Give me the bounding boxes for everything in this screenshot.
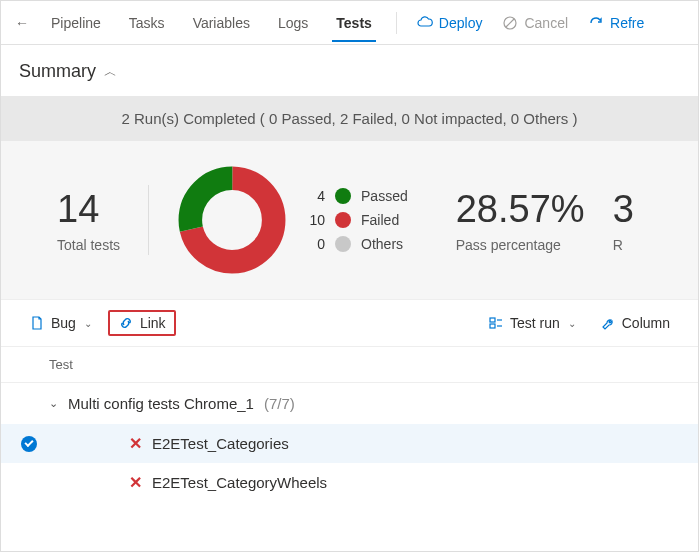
refresh-icon [588, 15, 604, 31]
legend-failed-count: 10 [305, 212, 325, 228]
deploy-label: Deploy [439, 15, 483, 31]
legend-others-label: Others [361, 236, 403, 252]
chart-legend: 4 Passed 10 Failed 0 Others [305, 188, 408, 252]
metric-divider [148, 185, 149, 255]
svg-rect-4 [490, 318, 495, 322]
extra-metric-label: R [613, 237, 634, 253]
pass-pct-value: 28.57% [456, 188, 585, 231]
passed-swatch-icon [335, 188, 351, 204]
total-tests-value: 14 [57, 188, 120, 231]
refresh-label: Refre [610, 15, 644, 31]
test-row[interactable]: ✕ E2ETest_Categories [1, 424, 698, 463]
pass-pct-label: Pass percentage [456, 237, 585, 253]
cancel-icon [502, 15, 518, 31]
donut-chart-block: 4 Passed 10 Failed 0 Others [177, 165, 408, 275]
refresh-button[interactable]: Refre [580, 9, 652, 37]
testrun-button[interactable]: Test run ⌄ [480, 311, 584, 335]
test-group-row[interactable]: ⌄ Multi config tests Chrome_1 (7/7) [1, 383, 698, 424]
tab-tasks[interactable]: Tasks [117, 5, 177, 41]
link-label: Link [140, 315, 166, 331]
legend-passed-label: Passed [361, 188, 408, 204]
column-label: Column [622, 315, 670, 331]
cancel-button: Cancel [494, 9, 576, 37]
chevron-up-icon: ︿ [104, 63, 117, 81]
selected-check-icon[interactable] [21, 436, 37, 452]
fail-x-icon: ✕ [129, 434, 142, 453]
summary-header[interactable]: Summary ︿ [1, 45, 698, 96]
bug-button[interactable]: Bug ⌄ [21, 311, 100, 335]
top-nav: ← Pipeline Tasks Variables Logs Tests De… [1, 1, 698, 45]
tab-logs[interactable]: Logs [266, 5, 320, 41]
svg-rect-5 [490, 324, 495, 328]
donut-chart [177, 165, 287, 275]
chevron-down-icon: ⌄ [49, 397, 58, 410]
legend-failed: 10 Failed [305, 212, 408, 228]
testrun-label: Test run [510, 315, 560, 331]
file-icon [29, 315, 45, 331]
test-name: E2ETest_CategoryWheels [152, 474, 327, 491]
link-button[interactable]: Link [108, 310, 176, 336]
cloud-icon [417, 15, 433, 31]
group-icon [488, 315, 504, 331]
legend-passed: 4 Passed [305, 188, 408, 204]
deploy-button[interactable]: Deploy [409, 9, 491, 37]
legend-others: 0 Others [305, 236, 408, 252]
link-icon [118, 315, 134, 331]
bug-label: Bug [51, 315, 76, 331]
test-row[interactable]: ✕ E2ETest_CategoryWheels [1, 463, 698, 502]
metrics-row: 14 Total tests 4 Passed 10 Failed 0 Othe… [1, 141, 698, 299]
summary-title: Summary [19, 61, 96, 82]
others-swatch-icon [335, 236, 351, 252]
results-toolbar: Bug ⌄ Link Test run ⌄ Column [1, 299, 698, 347]
extra-metric-block: 3 R [613, 188, 634, 253]
run-status-bar: 2 Run(s) Completed ( 0 Passed, 2 Failed,… [1, 96, 698, 141]
chevron-down-icon: ⌄ [84, 318, 92, 329]
tab-tests[interactable]: Tests [324, 5, 384, 41]
extra-metric-value: 3 [613, 188, 634, 231]
svg-line-1 [506, 19, 514, 27]
group-count: (7/7) [264, 395, 295, 412]
pass-pct-block: 28.57% Pass percentage [456, 188, 585, 253]
failed-swatch-icon [335, 212, 351, 228]
cancel-label: Cancel [524, 15, 568, 31]
test-name: E2ETest_Categories [152, 435, 289, 452]
total-tests-block: 14 Total tests [57, 188, 120, 253]
wrench-icon [600, 315, 616, 331]
tab-pipeline[interactable]: Pipeline [39, 5, 113, 41]
tab-variables[interactable]: Variables [181, 5, 262, 41]
total-tests-label: Total tests [57, 237, 120, 253]
nav-divider [396, 12, 397, 34]
chevron-down-icon: ⌄ [568, 318, 576, 329]
column-header-test[interactable]: Test [1, 347, 698, 383]
legend-others-count: 0 [305, 236, 325, 252]
legend-failed-label: Failed [361, 212, 399, 228]
back-arrow-icon[interactable]: ← [9, 11, 35, 35]
group-name: Multi config tests Chrome_1 [68, 395, 254, 412]
legend-passed-count: 4 [305, 188, 325, 204]
column-button[interactable]: Column [592, 311, 678, 335]
fail-x-icon: ✕ [129, 473, 142, 492]
